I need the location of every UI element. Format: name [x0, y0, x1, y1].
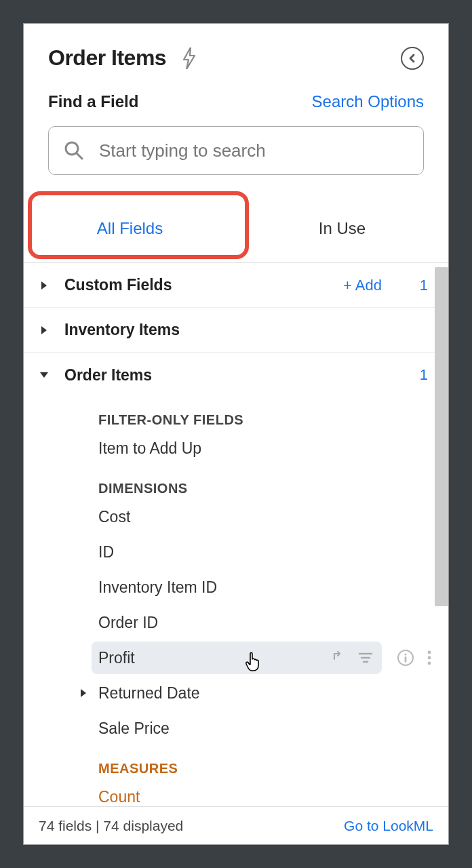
info-icon[interactable] — [397, 649, 414, 667]
group-label: Custom Fields — [64, 276, 172, 294]
pivot-icon[interactable] — [332, 650, 348, 666]
collapse-panel-button[interactable] — [401, 47, 424, 70]
field-label: Returned Date — [98, 684, 200, 703]
find-field-label: Find a Field — [48, 92, 138, 111]
cursor-pointer-icon — [245, 651, 262, 671]
group-count: 1 — [414, 366, 428, 384]
section-filter-only: FILTER-ONLY FIELDS — [24, 397, 448, 431]
tab-all-fields[interactable]: All Fields — [24, 194, 236, 262]
chevron-right-icon — [78, 689, 89, 697]
field-label: Cost — [98, 508, 130, 526]
field-label: Order ID — [98, 614, 158, 632]
field-label: Count — [98, 788, 140, 806]
section-measures: MEASURES — [24, 746, 448, 779]
field-picker-panel: Order Items Find a Field Search Options … — [23, 23, 449, 845]
field-sale-price[interactable]: Sale Price — [24, 711, 448, 746]
bolt-icon — [181, 47, 197, 69]
field-order-id[interactable]: Order ID — [24, 605, 448, 640]
group-custom-fields[interactable]: Custom Fields + Add 1 — [24, 263, 448, 308]
field-profit[interactable]: Profit — [24, 640, 448, 675]
field-tabs: All Fields In Use — [24, 194, 448, 263]
search-icon — [64, 140, 84, 161]
explore-title: Order Items — [48, 45, 166, 71]
field-inventory-item-id[interactable]: Inventory Item ID — [24, 570, 448, 605]
chevron-down-icon — [36, 371, 52, 379]
field-tree: Custom Fields + Add 1 Inventory Items Or… — [24, 263, 448, 806]
field-cost[interactable]: Cost — [24, 499, 448, 534]
group-inventory-items[interactable]: Inventory Items — [24, 308, 448, 353]
svg-point-6 — [404, 653, 406, 655]
chevron-right-icon — [36, 326, 52, 335]
svg-line-1 — [77, 153, 82, 159]
panel-header: Order Items — [24, 24, 448, 83]
find-field-row: Find a Field Search Options — [24, 83, 448, 118]
group-label: Inventory Items — [64, 321, 180, 339]
more-icon[interactable] — [427, 649, 432, 667]
group-order-items[interactable]: Order Items 1 — [24, 353, 448, 397]
chevron-right-icon — [36, 281, 52, 290]
go-to-lookml-link[interactable]: Go to LookML — [344, 818, 433, 834]
group-count: 1 — [414, 277, 428, 294]
field-label: Sale Price — [98, 719, 170, 738]
field-returned-date[interactable]: Returned Date — [24, 675, 448, 711]
svg-rect-7 — [405, 656, 407, 663]
add-custom-field-button[interactable]: + Add — [343, 277, 382, 294]
search-field-box[interactable] — [48, 126, 424, 175]
field-count-status: 74 fields | 74 displayed — [39, 818, 183, 834]
field-count[interactable]: Count — [24, 779, 448, 806]
section-dimensions: DIMENSIONS — [24, 466, 448, 499]
field-id[interactable]: ID — [24, 534, 448, 570]
footer-bar: 74 fields | 74 displayed Go to LookML — [24, 806, 448, 844]
filter-icon[interactable] — [357, 650, 374, 666]
tab-in-use[interactable]: In Use — [236, 194, 448, 262]
svg-point-9 — [428, 656, 431, 660]
field-label: Item to Add Up — [98, 439, 201, 458]
field-item-to-add-up[interactable]: Item to Add Up — [24, 431, 448, 466]
svg-point-8 — [428, 651, 431, 654]
group-label: Order Items — [64, 366, 152, 384]
svg-point-10 — [428, 662, 431, 665]
field-label: Inventory Item ID — [98, 578, 217, 597]
field-label: Profit — [98, 649, 135, 667]
search-options-link[interactable]: Search Options — [312, 92, 424, 111]
search-input[interactable] — [99, 140, 408, 161]
field-label: ID — [98, 543, 114, 561]
